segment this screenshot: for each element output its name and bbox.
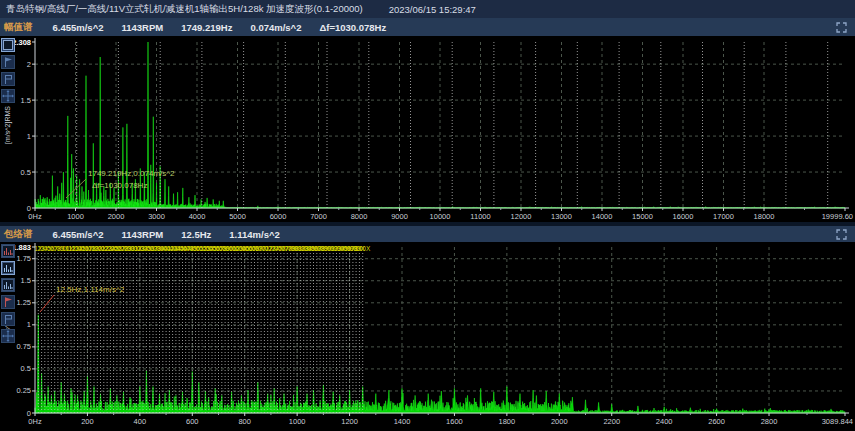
amplitude-spectrum-chart[interactable]: 0Hz1000200030004000500060007000800090001… [0, 36, 855, 222]
stat-cursor-amplitude: 1.114m/s^2 [229, 229, 279, 240]
title-bar: 青岛特钢/高线厂/一高线/11V立式轧机/减速机1轴输出5H/128k 加速度波… [0, 0, 855, 18]
x-tick-label: 11000 [470, 212, 490, 221]
cursor-readout-label: 12.5Hz,1.114m/s^2 [56, 285, 125, 294]
x-tick-label: 14000 [592, 212, 613, 221]
stat-overall-level: 6.455m/s^2 [53, 22, 104, 33]
harmonic-cursor-lines[interactable] [77, 42, 828, 208]
maximize-icon[interactable] [836, 22, 847, 33]
amplitude-chart-area: 0Hz1000200030004000500060007000800090001… [0, 36, 855, 222]
envelope-toolbar [1, 244, 15, 343]
y-tick-label: 1 [27, 320, 31, 329]
y-tick-label: 1.25 [16, 298, 31, 307]
spectrum-view-3-icon[interactable] [1, 278, 15, 292]
y-axis-labels: 00.250.50.7511.251.51.751.883 [12, 243, 31, 418]
x-tick-label: 13000 [551, 212, 572, 221]
x-tick-label: 0Hz [28, 417, 42, 426]
stat-cursor-frequency: 1749.219Hz [181, 22, 232, 33]
x-tick-label: 1600 [446, 417, 463, 426]
x-tick-label: 9000 [391, 212, 408, 221]
stat-cursor-amplitude: 0.074m/s^2 [250, 22, 301, 33]
y-tick-label: 1 [27, 132, 31, 141]
envelope-chart-area: 1X2X3X4X5X6X7X8X9X10X11X12X13X14X15X16X1… [0, 242, 855, 431]
x-tick-label: 18000 [754, 212, 775, 221]
x-tick-label: 3000 [148, 212, 165, 221]
y-axis-unit-label: [m/s^2]RMS [4, 106, 12, 144]
y-tick-label: 0 [27, 409, 31, 418]
cursor-readout-label: 1749.219Hz,0.074m/s^2Δf=1030.078Hz [88, 169, 175, 190]
x-tick-label: 7000 [310, 212, 327, 221]
stat-overall-level: 6.455m/s^2 [53, 229, 104, 240]
x-tick-label: 19999.60 [822, 212, 853, 221]
panel-label-amplitude: 幅值谱 [4, 21, 33, 34]
x-tick-label: 2800 [761, 417, 778, 426]
stat-delta-f: Δf=1030.078Hz [319, 22, 386, 33]
x-tick-label: 200 [81, 417, 94, 426]
x-tick-label: 1800 [499, 417, 516, 426]
maximize-icon[interactable] [836, 229, 847, 240]
x-tick-label: 2200 [603, 417, 620, 426]
harmonic-order-labels: 1X2X3X4X5X6X7X8X9X10X11X12X13X14X15X16X1… [34, 245, 371, 252]
svg-text:100X: 100X [355, 245, 371, 252]
x-tick-label: 800 [238, 417, 251, 426]
x-tick-label: 0Hz [28, 212, 42, 221]
x-tick-label: 15000 [632, 212, 653, 221]
envelope-spectrum-panel: 包络谱 6.455m/s^2 1143RPM 12.5Hz 1.114m/s^2… [0, 226, 855, 431]
pan-tool-icon[interactable] [1, 329, 15, 343]
stat-rpm: 1143RPM [121, 22, 163, 33]
y-tick-label: 2.308 [12, 38, 31, 47]
x-tick-label: 400 [134, 417, 147, 426]
zoom-select-tool-icon[interactable] [1, 38, 15, 52]
y-tick-label: 0.25 [16, 386, 31, 395]
y-tick-label: 2 [27, 60, 31, 69]
amplitude-spectrum-panel: 幅值谱 6.455m/s^2 1143RPM 1749.219Hz 0.074m… [0, 18, 855, 222]
x-tick-label: 600 [186, 417, 199, 426]
y-tick-label: 1.883 [12, 243, 31, 252]
panel-label-envelope: 包络谱 [4, 228, 33, 241]
x-axis-labels: 0Hz1000200030004000500060007000800090001… [28, 212, 853, 221]
x-tick-label: 10000 [430, 212, 451, 221]
y-tick-label: 1.5 [21, 96, 31, 105]
spectrum-trace [35, 315, 845, 413]
measurement-path-title: 青岛特钢/高线厂/一高线/11V立式轧机/减速机1轴输出5H/128k 加速度波… [6, 3, 363, 16]
y-tick-label: 1.75 [16, 254, 31, 263]
x-tick-label: 4000 [189, 212, 206, 221]
spectrum-view-1-icon[interactable] [1, 244, 15, 258]
x-tick-label: 16000 [673, 212, 694, 221]
x-tick-label: 3089.844 [822, 417, 853, 426]
y-tick-label: 0.5 [21, 168, 31, 177]
pan-tool-icon[interactable] [1, 89, 15, 103]
y-axis-labels: 00.511.522.308 [12, 38, 31, 213]
x-tick-label: 8000 [351, 212, 368, 221]
x-tick-label: 2600 [708, 417, 725, 426]
svg-text:1749.219Hz,0.074m/s^2: 1749.219Hz,0.074m/s^2 [88, 169, 175, 178]
stat-rpm: 1143RPM [121, 229, 163, 240]
svg-text:Δf=1030.078Hz: Δf=1030.078Hz [92, 181, 147, 190]
x-axis-labels: 0Hz2004006008001000120014001600180020002… [28, 417, 853, 426]
x-tick-label: 2000 [108, 212, 125, 221]
timestamp: 2023/06/15 15:29:47 [389, 4, 476, 15]
x-tick-label: 1000 [67, 212, 84, 221]
x-tick-label: 1000 [289, 417, 306, 426]
x-tick-label: 1400 [394, 417, 411, 426]
y-tick-label: 0 [27, 204, 31, 213]
envelope-panel-header: 包络谱 6.455m/s^2 1143RPM 12.5Hz 1.114m/s^2 [0, 226, 855, 242]
y-tick-label: 0.75 [16, 342, 31, 351]
x-tick-label: 12000 [511, 212, 532, 221]
vibration-analysis-window: 青岛特钢/高线厂/一高线/11V立式轧机/减速机1轴输出5H/128k 加速度波… [0, 0, 855, 431]
amplitude-panel-header: 幅值谱 6.455m/s^2 1143RPM 1749.219Hz 0.074m… [0, 18, 855, 36]
stat-cursor-frequency: 12.5Hz [181, 229, 211, 240]
cursor-leader-line [40, 295, 54, 312]
spectrum-view-2-icon[interactable] [1, 261, 15, 275]
flag-marker-tool-icon[interactable] [1, 295, 15, 309]
y-tick-label: 0.5 [21, 364, 31, 373]
y-tick-label: 1.5 [21, 276, 31, 285]
x-tick-label: 5000 [229, 212, 246, 221]
band-marker-tool-icon[interactable] [1, 72, 15, 86]
svg-text:12.5Hz,1.114m/s^2: 12.5Hz,1.114m/s^2 [56, 285, 125, 294]
x-tick-label: 17000 [713, 212, 734, 221]
amplitude-toolbar [1, 38, 15, 103]
x-tick-label: 2000 [551, 417, 568, 426]
band-marker-tool-icon[interactable] [1, 312, 15, 326]
envelope-spectrum-chart[interactable]: 1X2X3X4X5X6X7X8X9X10X11X12X13X14X15X16X1… [0, 242, 855, 431]
flag-marker-tool-icon[interactable] [1, 55, 15, 69]
